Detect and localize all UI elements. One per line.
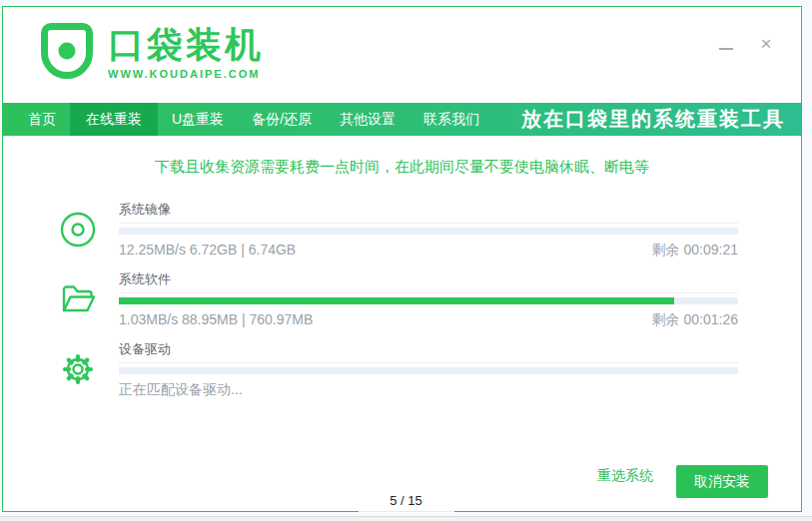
nav-slogan: 放在口袋里的系统重装工具 xyxy=(521,103,801,136)
bottom-strip xyxy=(0,517,812,521)
progress-bar xyxy=(119,367,738,374)
window-controls: × xyxy=(713,31,779,57)
notice-text: 下载且收集资源需要耗费一点时间，在此期间尽量不要使电脑休眠、断电等 xyxy=(3,136,801,198)
task-status: 正在匹配设备驱动... xyxy=(119,381,243,397)
progress-bar xyxy=(119,228,738,235)
tab-home[interactable]: 首页 xyxy=(14,103,70,136)
minimize-button[interactable] xyxy=(713,31,739,57)
folder-icon xyxy=(59,269,119,327)
tab-usb-reinstall[interactable]: U盘重装 xyxy=(158,103,238,136)
brand-text: 口袋装机 WWW.KOUDAIPE.COM xyxy=(108,23,264,80)
task-list: 系统镜像 12.25MB/s 6.72GB | 6.74GB 剩余 00:09:… xyxy=(3,198,801,397)
logo-dot xyxy=(59,43,76,60)
task-row-device-driver: 设备驱动 正在匹配设备驱动... xyxy=(59,339,738,397)
disc-icon xyxy=(59,200,119,258)
app-title: 口袋装机 xyxy=(108,25,264,65)
header: 口袋装机 WWW.KOUDAIPE.COM × xyxy=(3,7,801,103)
close-button[interactable]: × xyxy=(753,31,779,57)
task-title: 系统软件 xyxy=(119,269,738,293)
task-status: 1.03MB/s 88.95MB | 760.97MB xyxy=(119,311,313,327)
task-row-system-software: 系统软件 1.03MB/s 88.95MB | 760.97MB 剩余 00:0… xyxy=(59,269,738,327)
tab-online-reinstall[interactable]: 在线重装 xyxy=(70,103,158,136)
progress-bar xyxy=(119,297,738,304)
task-status: 12.25MB/s 6.72GB | 6.74GB xyxy=(119,242,296,258)
progress-fill xyxy=(119,297,674,304)
gear-icon xyxy=(59,339,119,397)
app-window: 口袋装机 WWW.KOUDAIPE.COM × 首页 在线重装 U盘重装 备份/… xyxy=(2,6,802,512)
cancel-install-button[interactable]: 取消安装 xyxy=(676,465,768,498)
nav-bar: 首页 在线重装 U盘重装 备份/还原 其他设置 联系我们 放在口袋里的系统重装工… xyxy=(3,103,801,136)
tab-contact-us[interactable]: 联系我们 xyxy=(409,103,493,136)
minimize-icon xyxy=(719,48,733,50)
brand-url: WWW.KOUDAIPE.COM xyxy=(108,68,264,80)
task-row-system-image: 系统镜像 12.25MB/s 6.72GB | 6.74GB 剩余 00:09:… xyxy=(59,200,738,258)
tab-backup-restore[interactable]: 备份/还原 xyxy=(238,103,326,136)
brand: 口袋装机 WWW.KOUDAIPE.COM xyxy=(3,7,801,80)
pocket-logo-icon xyxy=(41,23,93,79)
task-remaining: 剩余 00:01:26 xyxy=(652,311,738,327)
task-remaining: 剩余 00:09:21 xyxy=(652,242,738,258)
task-title: 系统镜像 xyxy=(119,200,738,224)
tab-other-settings[interactable]: 其他设置 xyxy=(326,103,409,136)
reselect-system-button[interactable]: 重选系统 xyxy=(597,459,653,491)
task-title: 设备驱动 xyxy=(119,339,738,363)
